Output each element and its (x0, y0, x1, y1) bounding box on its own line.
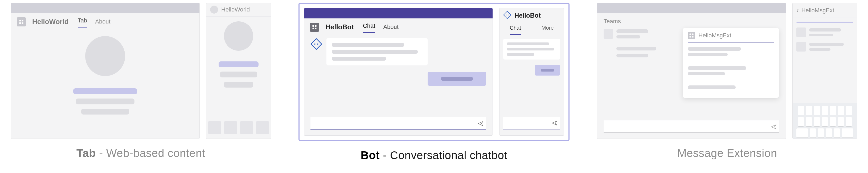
key[interactable] (798, 106, 804, 115)
bot-desktop-window: HelloBot Chat About (304, 8, 493, 135)
list-item[interactable] (796, 27, 854, 37)
bot-message-row (310, 38, 486, 66)
keyboard-row (795, 128, 855, 138)
ext-capability-group: Teams HelloMsgExt (597, 3, 857, 159)
svg-rect-15 (692, 34, 693, 35)
svg-rect-0 (20, 20, 21, 21)
svg-rect-4 (313, 25, 314, 27)
key[interactable] (846, 117, 852, 126)
svg-marker-8 (311, 39, 322, 49)
key[interactable] (826, 128, 832, 138)
compose-input[interactable] (603, 120, 779, 133)
tab-item-tab[interactable]: Tab (78, 17, 87, 28)
bot-panel-row: HelloBot Chat About (304, 8, 564, 135)
tab-mobile-window: HelloWorld (206, 3, 271, 139)
tab-item-chat[interactable]: Chat (363, 22, 375, 33)
key[interactable] (822, 117, 828, 126)
send-button[interactable] (478, 121, 484, 127)
skeleton-line (616, 29, 648, 33)
key[interactable] (838, 106, 844, 115)
key[interactable] (842, 128, 854, 138)
thumbnail[interactable] (256, 121, 269, 134)
ext-mobile-body (793, 18, 857, 139)
key[interactable] (834, 128, 840, 138)
thumbnail[interactable] (224, 121, 237, 134)
key[interactable] (806, 117, 812, 126)
list-item[interactable] (796, 42, 854, 51)
skeleton-line (688, 72, 725, 75)
skeleton-line (219, 61, 258, 67)
app-icon (688, 32, 695, 39)
key[interactable] (838, 117, 844, 126)
svg-rect-1 (22, 20, 24, 21)
skeleton-line (332, 57, 386, 60)
tab-item-more[interactable]: More (541, 22, 554, 35)
app-icon (310, 23, 319, 32)
ext-desktop-body: Teams HelloMsgExt (597, 13, 786, 139)
skeleton-line (81, 109, 129, 115)
ext-mobile-window: ‹ HelloMsgExt (793, 3, 857, 139)
key[interactable] (814, 117, 820, 126)
key[interactable] (798, 117, 804, 126)
key[interactable] (810, 128, 816, 138)
key[interactable] (846, 106, 852, 115)
compose-input[interactable] (503, 117, 560, 129)
skeleton-line (220, 72, 257, 77)
onscreen-keyboard[interactable] (793, 103, 857, 139)
thumbnail[interactable] (208, 121, 221, 134)
tab-item-chat[interactable]: Chat (510, 22, 521, 35)
teams-sidebar-label: Teams (603, 18, 779, 25)
user-reply-bubble (428, 72, 486, 86)
skeleton-line (809, 43, 844, 46)
bot-avatar-icon (310, 38, 322, 51)
back-button[interactable]: ‹ (796, 6, 799, 15)
skeleton-line (809, 34, 833, 36)
bot-active-frame: HelloBot Chat About (299, 3, 569, 141)
bot-mobile-app-name: HelloBot (515, 12, 541, 19)
thumbnail[interactable] (240, 121, 253, 134)
skeleton-line (616, 47, 656, 50)
avatar-placeholder (603, 29, 613, 39)
key[interactable] (806, 106, 812, 115)
list-item[interactable] (688, 66, 774, 75)
svg-point-12 (506, 15, 507, 15)
popup-results (688, 47, 774, 94)
bot-mobile-header: HelloBot (499, 8, 564, 20)
compose-input[interactable] (310, 117, 486, 130)
send-button[interactable] (552, 120, 558, 126)
user-reply-bubble (535, 65, 560, 76)
list-item[interactable] (688, 85, 774, 89)
svg-rect-16 (690, 36, 691, 38)
bot-desktop-tabs: Chat About (363, 21, 399, 33)
skeleton-line (616, 54, 648, 57)
key[interactable] (822, 106, 828, 115)
send-icon (552, 120, 558, 126)
window-titlebar (597, 3, 786, 13)
key[interactable] (818, 128, 824, 138)
bot-mobile-window: HelloBot Chat More (499, 8, 564, 135)
send-button[interactable] (771, 124, 777, 130)
keyboard-row (795, 106, 855, 115)
svg-point-13 (508, 15, 508, 15)
key[interactable] (830, 117, 836, 126)
tab-item-about[interactable]: About (95, 18, 111, 28)
skeleton-line (332, 43, 404, 47)
tab-desktop-content (11, 28, 199, 139)
skeleton-line (688, 47, 741, 51)
tab-item-about[interactable]: About (383, 24, 399, 33)
skeleton-line (688, 85, 736, 89)
bot-caption-bold: Bot (361, 149, 380, 162)
window-titlebar (304, 8, 493, 19)
search-input[interactable] (796, 22, 854, 23)
thumbnail (796, 42, 806, 51)
key[interactable] (814, 106, 820, 115)
svg-rect-3 (22, 22, 24, 24)
key[interactable] (830, 106, 836, 115)
svg-rect-6 (313, 27, 314, 29)
svg-marker-11 (503, 11, 511, 19)
bot-mobile-body (499, 35, 564, 133)
list-item[interactable] (688, 47, 774, 56)
tab-mobile-header: HelloWorld (206, 3, 271, 17)
key[interactable] (796, 128, 808, 138)
bot-desktop-body (304, 33, 493, 135)
